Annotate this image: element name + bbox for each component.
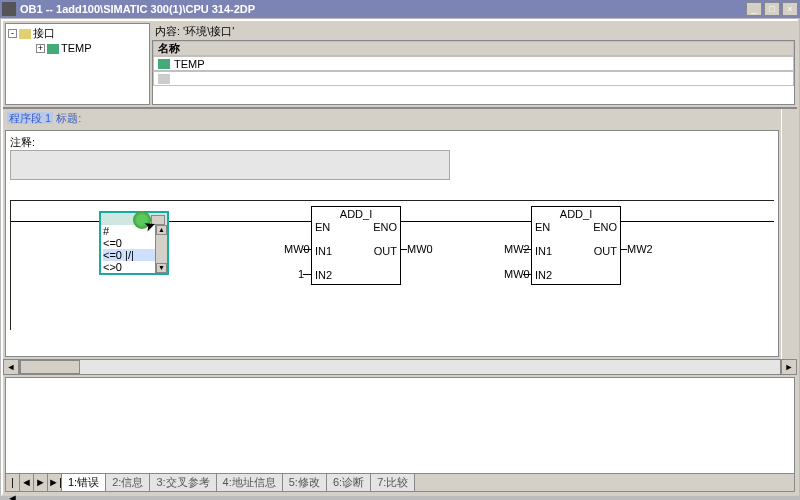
- wire: [621, 249, 627, 250]
- scroll-down-icon[interactable]: ▼: [156, 263, 167, 273]
- content-path-label: 内容: '环境\接口': [152, 23, 795, 40]
- comment-box[interactable]: [10, 150, 450, 180]
- window-title: OB1 -- 1add100\SIMATIC 300(1)\CPU 314-2D…: [20, 3, 746, 15]
- top-split: - 接口 + TEMP 内容: '环境\接口' 名称 TEMP: [3, 21, 797, 109]
- interface-tree[interactable]: - 接口 + TEMP: [5, 23, 150, 105]
- wire: [621, 221, 731, 222]
- close-button[interactable]: ×: [782, 2, 798, 16]
- wire: [303, 274, 311, 275]
- tab-nav-last[interactable]: ►|: [48, 474, 62, 491]
- tab-diag[interactable]: 6:诊断: [327, 474, 371, 491]
- wire: [401, 221, 531, 222]
- ladder-network[interactable]: # <=0 <=0 |/| <>0 ▲ ▼: [10, 200, 774, 330]
- editor-vertical-scrollbar[interactable]: [781, 109, 797, 359]
- wire: [401, 249, 407, 250]
- picker-scrollbar[interactable]: ▲ ▼: [155, 225, 167, 273]
- ladder-editor[interactable]: 注释: # <=0 <=0 |/| <>0: [5, 130, 779, 357]
- block-title: ADD_I: [312, 207, 400, 221]
- table-row[interactable]: [153, 71, 794, 86]
- tab-compare[interactable]: 7:比较: [371, 474, 415, 491]
- content-table[interactable]: 名称 TEMP: [152, 40, 795, 105]
- tab-info[interactable]: 2:信息: [106, 474, 150, 491]
- tab-modify[interactable]: 5:修改: [283, 474, 327, 491]
- editor-horizontal-scrollbar[interactable]: ◄ ►: [3, 359, 797, 375]
- tab-nav-next[interactable]: ►: [34, 474, 48, 491]
- table-cell: TEMP: [174, 58, 205, 70]
- block-title: ADD_I: [532, 207, 620, 221]
- output-pane: |◄ ◄ ► ►| 1:错误 2:信息 3:交叉参考 4:地址信息 5:修改 6…: [5, 377, 795, 492]
- tab-crossref[interactable]: 3:交叉参考: [150, 474, 216, 491]
- app-icon: [2, 2, 16, 16]
- content-table-pane: 内容: '环境\接口' 名称 TEMP: [152, 23, 795, 105]
- comment-label: 注释:: [10, 135, 35, 150]
- title-bar: OB1 -- 1add100\SIMATIC 300(1)\CPU 314-2D…: [0, 0, 800, 18]
- tree-root[interactable]: - 接口: [8, 26, 147, 41]
- collapse-icon[interactable]: -: [8, 29, 17, 38]
- maximize-button[interactable]: □: [764, 2, 780, 16]
- function-block-add-1[interactable]: ADD_I ENENO IN1OUT IN2: [311, 206, 401, 285]
- empty-icon: [158, 74, 170, 84]
- output-tabs: |◄ ◄ ► ►| 1:错误 2:信息 3:交叉参考 4:地址信息 5:修改 6…: [6, 473, 794, 491]
- tab-address[interactable]: 4:地址信息: [217, 474, 283, 491]
- tab-errors[interactable]: 1:错误: [62, 474, 106, 491]
- wire: [523, 249, 531, 250]
- expand-icon[interactable]: +: [36, 44, 45, 53]
- editor-wrap: 程序段 1 标题: 注释: #: [3, 109, 797, 375]
- scroll-right-icon[interactable]: ►: [781, 359, 797, 375]
- var-icon: [158, 59, 170, 69]
- tree-child-label: TEMP: [61, 41, 92, 56]
- var-icon: [47, 44, 59, 54]
- folder-icon: [19, 29, 31, 39]
- pin-label[interactable]: MW2: [627, 243, 653, 255]
- function-block-add-2[interactable]: ADD_I ENENO IN1OUT IN2: [531, 206, 621, 285]
- tab-nav-first[interactable]: |◄: [6, 474, 20, 491]
- pin-label[interactable]: MW0: [407, 243, 433, 255]
- tree-root-label: 接口: [33, 26, 55, 41]
- output-content[interactable]: [6, 378, 794, 473]
- scroll-track[interactable]: [19, 359, 781, 375]
- minimize-button[interactable]: _: [746, 2, 762, 16]
- scroll-left-icon[interactable]: ◄: [3, 359, 19, 375]
- window-button-group: _ □ ×: [746, 2, 798, 16]
- wire: [303, 249, 311, 250]
- work-area: - 接口 + TEMP 内容: '环境\接口' 名称 TEMP 程序段: [1, 19, 799, 496]
- tab-nav-prev[interactable]: ◄: [20, 474, 34, 491]
- network-title[interactable]: 程序段 1 标题:: [3, 109, 781, 128]
- table-header-name[interactable]: 名称: [153, 41, 794, 56]
- scroll-thumb[interactable]: [20, 360, 80, 374]
- wire: [523, 274, 531, 275]
- tree-child-temp[interactable]: + TEMP: [8, 41, 147, 56]
- table-row[interactable]: TEMP: [153, 56, 794, 71]
